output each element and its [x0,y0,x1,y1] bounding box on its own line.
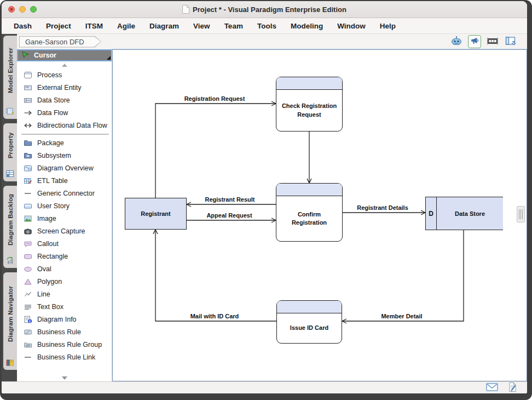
process-header [277,301,342,313]
toolbar-icons [450,35,517,48]
palette-item-oval[interactable]: Oval [17,262,112,275]
palette-item-line[interactable]: Line [17,288,112,300]
flow-mail-with-id-card[interactable] [155,230,276,321]
node-confirm-registration[interactable]: Confirm Registration [276,183,343,242]
palette-item-image[interactable]: Image [17,212,112,225]
diagram-canvas[interactable]: Registration RequestRegistrant ResultApp… [112,49,527,381]
menu-view[interactable]: View [193,22,210,30]
palette-item-business-rule[interactable]: Business Rule [17,325,112,338]
palette-separator [17,132,112,136]
flow-label-member-detail[interactable]: Member Detail [381,313,422,319]
side-tab-property[interactable]: Property [3,123,17,181]
side-tab-diagram-navigator[interactable]: Diagram Navigator [3,272,17,370]
menu-window[interactable]: Window [337,22,366,30]
palette-item-bidirectional-data-flow[interactable]: Bidirectional Data Flow [17,119,112,132]
palette-item-data-store[interactable]: Data Store [17,94,112,106]
node-label: Confirm Registration [276,196,342,241]
palette-scroll-down[interactable] [17,374,112,381]
screen-capture-icon [23,226,32,236]
palette-item-generic-connector[interactable]: Generic Connector [17,187,112,199]
palette-item-business-rule-link[interactable]: Business Rule Link [17,351,112,363]
palette-item-label: Diagram Overview [37,164,94,172]
palette-item-user-story[interactable]: User Story [17,199,112,212]
node-registrant[interactable]: Registrant [125,198,187,230]
palette-item-etl-table[interactable]: ETL Table [17,174,112,187]
palette-item-polygon[interactable]: Polygon [17,275,112,288]
toolbar-assistant-bot-button[interactable] [450,35,463,48]
menu-agile[interactable]: Agile [117,22,135,30]
diagram-navigator-icon [5,357,15,368]
canvas-wrap: Registration RequestRegistrant ResultApp… [112,49,527,381]
title-bar: Project * - Visual Paradigm Enterprise E… [2,1,527,18]
palette-item-label: Bidirectional Data Flow [37,122,107,129]
palette-item-text-box[interactable]: Text Box [17,300,112,313]
palette-item-callout[interactable]: Callout [17,237,112,250]
palette-item-screen-capture[interactable]: Screen Capture [17,225,112,237]
side-tab-diagram-backlog[interactable]: Diagram Backlog [3,186,17,268]
menu-team[interactable]: Team [224,22,243,30]
palette-item-label: Text Box [37,303,63,311]
palette-cursor-tool[interactable]: Cursor [17,49,112,61]
flow-member-detail[interactable] [342,230,464,321]
menu-diagram[interactable]: Diagram [149,22,179,30]
breadcrumb[interactable]: Gane-Sarson DFD [19,36,101,48]
window-chrome: Project * - Visual Paradigm Enterprise E… [2,1,527,393]
palette-item-process[interactable]: Process [17,68,112,81]
scroll-up-icon [62,64,67,67]
flow-label-registrant-result[interactable]: Registrant Result [205,196,255,203]
palette-scroll-up[interactable] [17,61,112,68]
palette-item-label: Image [37,215,56,222]
model-explorer-icon [5,106,15,117]
palette-item-diagram-info[interactable]: Diagram Info [17,313,112,325]
node-data-store[interactable]: DData Store [425,197,503,230]
subsystem-icon [23,151,32,160]
palette-item-subsystem[interactable]: Subsystem [17,149,112,162]
side-tab-label: Diagram Backlog [7,186,14,255]
menu-tools[interactable]: Tools [257,22,276,30]
menu-modeling[interactable]: Modeling [291,22,323,30]
palette-item-label: Oval [37,265,51,273]
announcement-icon [470,36,479,48]
palette-item-label: Business Rule [37,328,81,336]
side-tab-label: Diagram Navigator [7,272,14,357]
flow-label-registrant-details[interactable]: Registrant Details [357,204,408,211]
palette-item-business-rule-group[interactable]: Business Rule Group [17,338,112,351]
flow-label-registration-request[interactable]: Registration Request [184,95,245,102]
status-edit-document-button[interactable] [508,382,517,394]
menu-help[interactable]: Help [380,22,396,30]
storyboard-icon [486,36,499,48]
status-mail-button[interactable] [486,382,498,393]
palette-item-label: Diagram Info [37,316,77,323]
palette-item-label: ETL Table [37,177,68,185]
app-window: Project * - Visual Paradigm Enterprise E… [0,0,532,400]
toolbar-row: Gane-Sarson DFD [17,34,527,49]
user-story-icon [23,201,32,210]
callout-icon [23,239,32,248]
palette-item-data-flow[interactable]: Data Flow [17,106,112,119]
toolbar-panel-layout-button[interactable] [504,35,517,48]
menu-project[interactable]: Project [46,22,71,30]
palette-item-label: Callout [37,240,59,248]
toolbar-storyboard-button[interactable] [486,35,499,48]
work-area: Model ExplorerPropertyDiagram BacklogDia… [2,34,527,381]
palette-item-package[interactable]: Package [17,136,112,149]
menu-itsm[interactable]: ITSM [85,22,103,30]
screenshot-stage: Project * - Visual Paradigm Enterprise E… [0,0,532,400]
menu-dash[interactable]: Dash [14,22,32,30]
node-check-registration-request[interactable]: Check Registration Request [276,77,343,132]
flow-registration-request[interactable] [155,104,276,198]
palette-item-external-entity[interactable]: External Entity [17,81,112,94]
side-tab-model-explorer[interactable]: Model Explorer [3,36,17,119]
cursor-icon [21,50,30,61]
palette-item-diagram-overview[interactable]: Diagram Overview [17,162,112,174]
menu-bar: DashProjectITSMAgileDiagramViewTeamTools… [2,18,527,34]
palette-item-rectangle[interactable]: Rectangle [17,250,112,262]
tool-corner-triangle [107,56,111,60]
node-issue-id-card[interactable]: Issue ID Card [276,300,342,344]
business-rule-link-icon [23,352,32,362]
panel-layout-icon [505,36,517,48]
oval-icon [23,264,32,273]
flow-label-mail-with-id-card[interactable]: Mail with ID Card [190,313,239,319]
flow-label-appeal-request[interactable]: Appeal Request [206,212,252,219]
toolbar-announcement-button[interactable] [468,35,481,48]
